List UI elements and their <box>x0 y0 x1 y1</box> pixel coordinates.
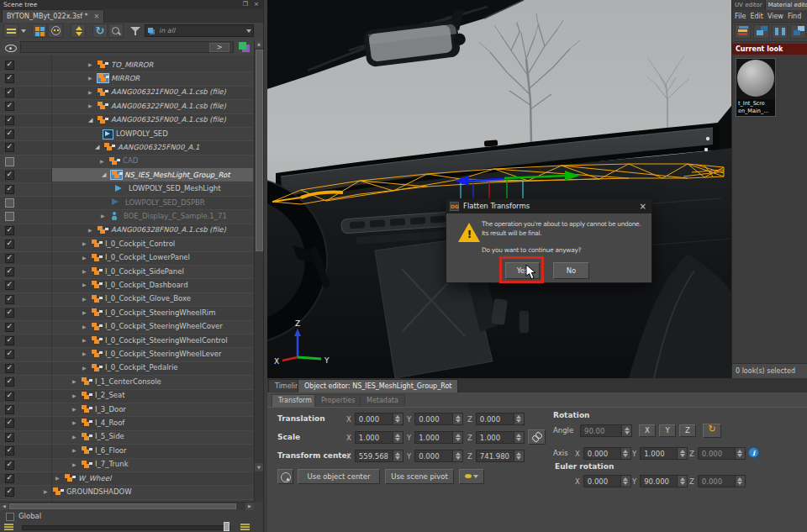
expand-icon[interactable]: ▶ <box>82 309 87 316</box>
translation-z-field[interactable]: Z0.000 <box>467 413 525 425</box>
expand-icon[interactable]: ▶ <box>72 447 76 454</box>
scroll-left-icon[interactable]: ◀ <box>0 503 8 510</box>
spinner[interactable] <box>453 413 463 425</box>
visibility-checkbox[interactable] <box>5 88 14 97</box>
tree-row[interactable]: ▶I_0_Cockpit_Pedalrie <box>0 361 253 376</box>
create-material-button[interactable] <box>735 24 751 39</box>
angle-field[interactable]: 90.00 <box>580 424 632 437</box>
translation-y-field[interactable]: Y0.000 <box>407 413 463 425</box>
tab-metadata[interactable]: Metadata <box>360 394 405 407</box>
tree-row[interactable]: ▶I_1_CenterConsole <box>0 375 253 389</box>
zoom-to-object-button[interactable] <box>108 24 124 38</box>
expand-icon[interactable]: ▶ <box>72 434 76 440</box>
tree-row[interactable]: LOWPOLY_SED <box>0 127 253 141</box>
use-scene-pivot-button[interactable]: Use scene pivot <box>385 469 454 484</box>
spinner[interactable] <box>453 431 463 444</box>
tree-row[interactable]: ▶AANG006321FN00_A.1.csb (file) <box>0 86 253 100</box>
visibility-checkbox[interactable] <box>5 74 14 83</box>
list-small-icon[interactable] <box>4 523 14 530</box>
expand-icon[interactable]: ▶ <box>55 475 60 482</box>
spinner[interactable] <box>736 447 746 460</box>
visibility-checkbox[interactable] <box>5 405 14 414</box>
tree-row[interactable]: ▶I_5_Side <box>0 430 253 445</box>
spinner[interactable] <box>393 413 404 425</box>
expand-icon[interactable]: ▶ <box>101 213 105 219</box>
visibility-checkbox[interactable] <box>5 350 14 359</box>
tree-row[interactable]: ▶AANG006328FN00_A.1.csb (file) <box>0 224 253 238</box>
zoom-slider-handle[interactable] <box>224 522 229 531</box>
visibility-checkbox[interactable] <box>5 295 14 304</box>
expand-icon[interactable]: ▶ <box>82 324 87 330</box>
spinner[interactable] <box>514 413 525 425</box>
visibility-checkbox[interactable] <box>5 487 14 497</box>
visibility-checkbox[interactable] <box>5 240 14 249</box>
menu-view[interactable]: View <box>767 13 783 20</box>
visibility-checkbox[interactable] <box>5 364 14 373</box>
visibility-checkbox[interactable] <box>5 281 14 290</box>
expand-icon[interactable]: ▶ <box>72 406 76 413</box>
search-field[interactable]: in all <box>145 24 254 37</box>
tree-row[interactable]: ▶I_0_Cockpit_Dashboard <box>0 278 253 292</box>
spinner[interactable] <box>514 431 525 444</box>
collapse-icon[interactable]: ◢ <box>88 117 92 124</box>
transform-center-y-field[interactable]: Y0.000 <box>407 450 463 462</box>
tree-row[interactable]: ▶I_3_Door <box>0 403 253 417</box>
expand-icon[interactable]: ▶ <box>72 419 76 426</box>
scale-z-field[interactable]: Z1.000 <box>467 431 525 444</box>
material-thumbnail[interactable]: t_Int_Scre en_Main_... <box>736 58 776 117</box>
expand-icon[interactable]: ▶ <box>72 378 76 385</box>
find-variants-button[interactable] <box>48 24 63 38</box>
rotate-x-button[interactable]: X <box>639 424 656 437</box>
scene-tree-list[interactable]: ▶TO_MIRROR▶MIRROR▶AANG006321FN00_A.1.csb… <box>0 55 263 502</box>
expand-icon[interactable]: ▶ <box>82 282 87 288</box>
axis-z-field[interactable]: Z0.000 <box>689 447 746 460</box>
translation-x-field[interactable]: X0.000 <box>346 413 404 425</box>
close-tab-icon[interactable]: × <box>94 13 100 20</box>
tree-row[interactable]: ▶I_2_Seat <box>0 389 253 403</box>
global-checkbox[interactable] <box>6 513 14 521</box>
rotate-y-button[interactable]: Y <box>659 424 676 437</box>
visibility-checkbox[interactable] <box>5 129 14 139</box>
collapse-icon[interactable]: ◢ <box>102 171 106 178</box>
spinner[interactable] <box>393 450 404 462</box>
node-types-cube-icon[interactable] <box>239 42 246 50</box>
expand-icon[interactable]: ▶ <box>82 350 87 357</box>
expand-icon[interactable]: ▶ <box>100 158 104 165</box>
tree-row[interactable]: ▶W_Wheel <box>0 471 253 486</box>
visibility-checkbox[interactable] <box>5 61 14 70</box>
visibility-checkbox[interactable] <box>5 336 14 345</box>
tree-row[interactable]: ◢AANG006325FN00_A.1 <box>0 140 253 155</box>
dialog-close-icon[interactable]: × <box>640 199 646 213</box>
tree-row[interactable]: ▶I_0_Cockpit_SteeringWheelRim <box>0 306 253 320</box>
tree-row[interactable]: ▶I_0_Cockpit_SteeringWheelControl <box>0 334 253 348</box>
tree-view-menu-button[interactable] <box>3 24 18 38</box>
spinner[interactable] <box>621 475 631 487</box>
visibility-checkbox[interactable] <box>5 433 14 442</box>
scroll-right-icon[interactable]: ▶ <box>245 503 254 510</box>
tree-row[interactable]: ▶TO_MIRROR <box>0 58 253 72</box>
collapse-icon[interactable]: ◢ <box>95 144 99 150</box>
visibility-checkbox[interactable] <box>5 419 14 428</box>
menu-file[interactable]: File <box>735 13 746 20</box>
expand-header-button[interactable]: > <box>209 43 229 52</box>
tree-row[interactable]: ▶I_7_Trunk <box>0 458 253 472</box>
expand-icon[interactable]: ▶ <box>88 75 92 82</box>
tree-row[interactable]: ▶MIRROR <box>0 71 253 86</box>
tab-object-editor[interactable]: Object editor: NS_IES_MeshLight_Group_Ro… <box>298 379 458 392</box>
axis-x-field[interactable]: X0.000 <box>575 447 631 460</box>
spinner[interactable] <box>514 450 525 462</box>
euler-x-field[interactable]: X0.000 <box>575 475 631 487</box>
search-dropdown-icon[interactable] <box>246 29 251 33</box>
visibility-checkbox[interactable] <box>5 461 14 470</box>
visibility-checkbox[interactable] <box>5 116 14 125</box>
rotate-z-button[interactable]: Z <box>679 424 696 437</box>
visibility-checkbox[interactable] <box>5 143 14 152</box>
visibility-checkbox[interactable] <box>5 212 14 221</box>
expand-icon[interactable]: ▶ <box>82 255 87 261</box>
assign-material-button[interactable] <box>790 24 806 39</box>
visibility-checkbox[interactable] <box>5 267 14 277</box>
expand-icon[interactable]: ▶ <box>88 227 92 234</box>
close-panel-icon[interactable]: × <box>252 1 261 8</box>
visibility-checkbox[interactable] <box>5 308 14 318</box>
tree-view-menu-caret[interactable] <box>19 24 28 38</box>
